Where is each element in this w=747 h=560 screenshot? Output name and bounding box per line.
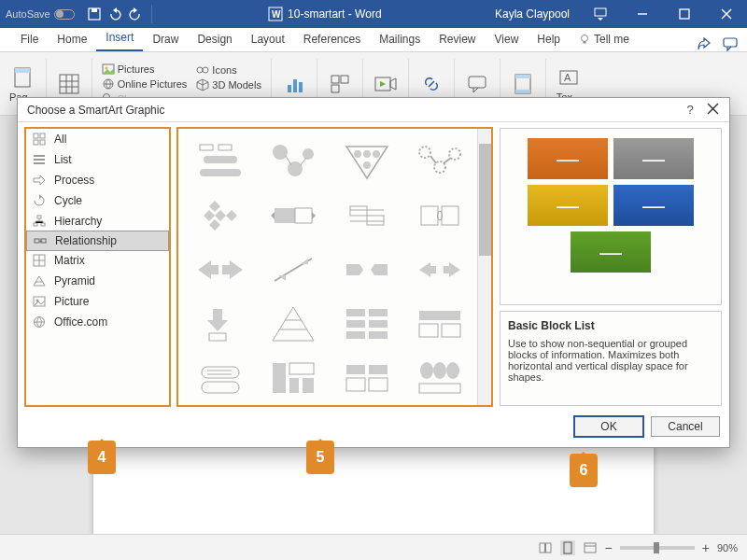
svg-rect-101 (346, 331, 365, 339)
layout-thumb[interactable] (331, 134, 403, 189)
layout-thumb[interactable] (403, 189, 476, 243)
online-pictures-button[interactable]: Online Pictures (102, 77, 188, 91)
tab-review[interactable]: Review (430, 28, 485, 51)
links-group[interactable] (418, 71, 444, 97)
table-group[interactable] (56, 71, 82, 97)
category-matrix[interactable]: Matrix (26, 250, 169, 271)
gallery-scrollbar[interactable] (477, 129, 491, 405)
layout-thumb[interactable] (257, 297, 330, 351)
category-pyramid[interactable]: Pyramid (26, 271, 169, 291)
undo-icon[interactable] (106, 6, 123, 22)
layout-thumb[interactable] (257, 189, 330, 243)
layout-thumb[interactable] (184, 297, 257, 351)
minimize-icon[interactable] (621, 0, 663, 28)
layout-thumb[interactable] (257, 134, 330, 189)
svg-rect-6 (680, 9, 689, 19)
category-list-item[interactable]: List (26, 149, 169, 170)
svg-rect-114 (346, 365, 365, 374)
layout-thumb[interactable] (331, 297, 403, 351)
cancel-button[interactable]: Cancel (651, 416, 720, 437)
preview-description: Basic Block List Use to show non-sequent… (500, 311, 722, 406)
read-mode-icon[interactable] (538, 540, 553, 555)
category-process[interactable]: Process (26, 170, 169, 190)
tab-layout[interactable]: Layout (242, 28, 294, 51)
layout-gallery[interactable] (177, 128, 492, 406)
svg-rect-54 (34, 223, 37, 226)
document-name: 10-smartart - Word (288, 7, 381, 21)
redo-icon[interactable] (127, 6, 144, 22)
tab-tellme[interactable]: Tell me (570, 28, 639, 51)
layout-thumb[interactable] (184, 189, 257, 243)
ok-button[interactable]: OK (574, 416, 643, 437)
tab-file[interactable]: File (11, 28, 48, 51)
header-footer-group[interactable] (510, 71, 536, 97)
icons-button[interactable]: Icons (196, 63, 261, 77)
comments-icon[interactable] (723, 36, 738, 51)
category-picture[interactable]: Picture (26, 291, 169, 312)
print-layout-icon[interactable] (560, 540, 575, 555)
text-box-icon: A (556, 64, 582, 91)
svg-rect-39 (540, 543, 545, 553)
comment-group[interactable] (464, 71, 490, 97)
help-icon[interactable]: ? (679, 103, 701, 117)
tab-references[interactable]: References (294, 28, 370, 51)
layout-thumb[interactable] (184, 134, 257, 189)
zoom-out-icon[interactable]: − (605, 540, 613, 555)
layout-thumb[interactable] (403, 297, 476, 351)
tab-design[interactable]: Design (188, 28, 241, 51)
web-layout-icon[interactable] (583, 540, 598, 555)
svg-rect-66 (200, 145, 213, 150)
tab-help[interactable]: Help (528, 28, 570, 51)
layout-thumb[interactable] (331, 189, 403, 243)
svg-rect-35 (515, 75, 530, 78)
svg-rect-111 (289, 378, 299, 393)
svg-rect-105 (442, 324, 460, 337)
layout-thumb[interactable] (184, 351, 257, 405)
addins-group[interactable] (327, 71, 353, 97)
tab-draw[interactable]: Draw (143, 28, 188, 51)
addins-icon (327, 71, 353, 97)
tab-view[interactable]: View (486, 28, 529, 51)
online-video-group[interactable] (373, 71, 399, 97)
svg-marker-81 (215, 210, 226, 221)
layout-thumb[interactable] (403, 351, 476, 405)
svg-rect-14 (60, 75, 78, 93)
category-list[interactable]: All List Process Cycle Hierarchy +Relati… (25, 128, 170, 406)
save-icon[interactable] (86, 6, 103, 22)
zoom-slider[interactable] (620, 546, 695, 550)
category-cycle[interactable]: Cycle (26, 190, 169, 211)
models-button[interactable]: 3D Models (196, 78, 261, 91)
ribbon-options-icon[interactable] (579, 0, 621, 28)
svg-rect-116 (346, 378, 365, 391)
category-all[interactable]: All (26, 129, 169, 149)
svg-rect-47 (40, 133, 45, 138)
user-name[interactable]: Kayla Claypool (495, 7, 570, 21)
svg-rect-102 (369, 331, 388, 339)
svg-rect-13 (15, 68, 30, 73)
svg-rect-117 (369, 378, 388, 391)
layout-thumb[interactable] (331, 243, 403, 297)
category-relationship[interactable]: +Relationship (26, 231, 169, 251)
layout-thumb[interactable] (403, 134, 476, 189)
chart-group[interactable] (281, 71, 307, 97)
svg-rect-28 (299, 82, 303, 92)
tab-insert[interactable]: Insert (96, 26, 143, 51)
category-hierarchy[interactable]: Hierarchy (26, 211, 169, 231)
share-icon[interactable] (697, 36, 712, 51)
layout-thumb[interactable] (331, 351, 403, 405)
layout-thumb[interactable] (257, 243, 330, 297)
zoom-in-icon[interactable]: + (702, 540, 710, 555)
maximize-icon[interactable] (663, 0, 705, 28)
zoom-level[interactable]: 90% (717, 542, 738, 553)
layout-thumb[interactable] (257, 351, 330, 405)
category-office-com[interactable]: Office.com (26, 312, 169, 332)
layout-thumb[interactable] (403, 243, 476, 297)
svg-rect-110 (273, 363, 286, 393)
pictures-button[interactable]: Pictures (102, 63, 188, 76)
layout-thumb[interactable] (184, 243, 257, 297)
dialog-close-icon[interactable] (701, 104, 724, 117)
close-icon[interactable] (705, 0, 747, 28)
tab-mailings[interactable]: Mailings (370, 28, 430, 51)
autosave-toggle[interactable]: AutoSave (6, 8, 75, 20)
tab-home[interactable]: Home (48, 28, 96, 51)
